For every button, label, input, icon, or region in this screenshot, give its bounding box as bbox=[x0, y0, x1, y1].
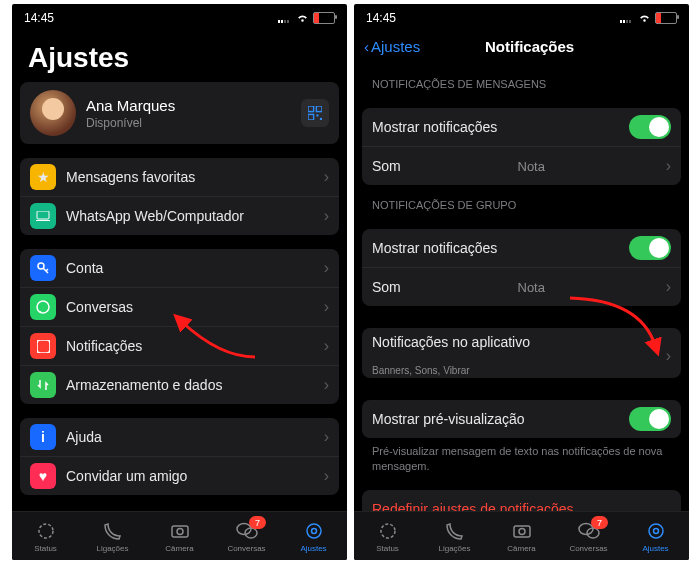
row-account[interactable]: Conta › bbox=[20, 249, 339, 287]
tab-gear[interactable]: Ajustes bbox=[622, 512, 689, 560]
gear-icon bbox=[303, 520, 325, 542]
info-icon: i bbox=[30, 424, 56, 450]
row-webdesktop[interactable]: WhatsApp Web/Computador › bbox=[20, 196, 339, 235]
row-chats[interactable]: Conversas › bbox=[20, 287, 339, 326]
laptop-icon bbox=[30, 203, 56, 229]
row-label: Conversas bbox=[66, 299, 133, 315]
phone-icon bbox=[102, 520, 124, 542]
row-label: Notificações bbox=[66, 338, 142, 354]
toggle-on[interactable] bbox=[629, 115, 671, 139]
tab-label: Ligações bbox=[438, 544, 470, 553]
group-main: Conta › Conversas › Notificações › Armaz… bbox=[20, 249, 339, 404]
row-label: WhatsApp Web/Computador bbox=[66, 208, 244, 224]
svg-point-17 bbox=[381, 524, 395, 538]
chevron-right-icon: › bbox=[324, 298, 329, 316]
chat-icon bbox=[30, 294, 56, 320]
chevron-right-icon: › bbox=[324, 337, 329, 355]
row-preview[interactable]: Mostrar pré-visualização bbox=[362, 400, 681, 438]
row-value: Nota bbox=[518, 280, 549, 295]
row-label: Mostrar pré-visualização bbox=[372, 411, 525, 427]
toggle-on[interactable] bbox=[629, 236, 671, 260]
group-msg-notif: Mostrar notificações Som Nota › bbox=[362, 108, 681, 185]
status-bar: 14:45 bbox=[12, 4, 347, 28]
clock: 14:45 bbox=[366, 11, 396, 25]
tab-status[interactable]: Status bbox=[354, 512, 421, 560]
camera-icon bbox=[169, 520, 191, 542]
group-favorites: ★ Mensagens favoritas › WhatsApp Web/Com… bbox=[20, 158, 339, 235]
row-msg-sound[interactable]: Som Nota › bbox=[362, 146, 681, 185]
svg-rect-5 bbox=[37, 211, 49, 219]
nav-title: Notificações bbox=[380, 38, 679, 55]
tab-bubbles[interactable]: Conversas7 bbox=[213, 512, 280, 560]
group-help: i Ajuda › ♥ Convidar um amigo › bbox=[20, 418, 339, 495]
footer-preview: Pré-visualizar mensagem de texto nas not… bbox=[354, 438, 689, 474]
svg-rect-1 bbox=[316, 106, 322, 112]
svg-rect-4 bbox=[320, 118, 322, 120]
row-invite[interactable]: ♥ Convidar um amigo › bbox=[20, 456, 339, 495]
page-title: Ajustes bbox=[12, 28, 347, 82]
profile-row[interactable]: Ana Marques Disponível bbox=[20, 82, 339, 144]
badge: 7 bbox=[249, 516, 266, 529]
group-inapp: Notificações no aplicativo Banners, Sons… bbox=[362, 328, 681, 378]
qr-code-button[interactable] bbox=[301, 99, 329, 127]
chevron-right-icon: › bbox=[666, 157, 671, 175]
row-starred[interactable]: ★ Mensagens favoritas › bbox=[20, 158, 339, 196]
status-icon bbox=[35, 520, 57, 542]
tab-gear[interactable]: Ajustes bbox=[280, 512, 347, 560]
tab-camera[interactable]: Câmera bbox=[488, 512, 555, 560]
svg-point-8 bbox=[37, 301, 49, 313]
profile-name: Ana Marques bbox=[86, 97, 291, 114]
notifications-screen: 14:45 ‹ Ajustes Notificações NOTIFICAÇÕE… bbox=[354, 4, 689, 560]
row-label: Ajuda bbox=[66, 429, 102, 445]
signal-icon bbox=[620, 13, 634, 23]
svg-rect-2 bbox=[308, 114, 314, 120]
svg-point-19 bbox=[519, 528, 525, 534]
svg-rect-9 bbox=[37, 340, 50, 353]
row-label: Notificações no aplicativo bbox=[372, 334, 530, 350]
tab-bubbles[interactable]: Conversas7 bbox=[555, 512, 622, 560]
star-icon: ★ bbox=[30, 164, 56, 190]
row-msg-show[interactable]: Mostrar notificações bbox=[362, 108, 681, 146]
tab-bar: StatusLigaçõesCâmeraConversas7Ajustes bbox=[354, 511, 689, 560]
data-usage-icon bbox=[30, 372, 56, 398]
heart-icon: ♥ bbox=[30, 463, 56, 489]
row-grp-sound[interactable]: Som Nota › bbox=[362, 267, 681, 306]
row-inapp[interactable]: Notificações no aplicativo Banners, Sons… bbox=[362, 328, 681, 378]
status-right bbox=[620, 12, 677, 24]
tab-camera[interactable]: Câmera bbox=[146, 512, 213, 560]
group-preview: Mostrar pré-visualização bbox=[362, 400, 681, 438]
nav-header: ‹ Ajustes Notificações bbox=[354, 28, 689, 64]
group-grp-notif: Mostrar notificações Som Nota › bbox=[362, 229, 681, 306]
svg-point-12 bbox=[177, 528, 183, 534]
status-icon bbox=[377, 520, 399, 542]
row-label: Armazenamento e dados bbox=[66, 377, 222, 393]
row-label: Som bbox=[372, 279, 401, 295]
svg-rect-18 bbox=[514, 526, 530, 537]
status-bar: 14:45 bbox=[354, 4, 689, 28]
tab-status[interactable]: Status bbox=[12, 512, 79, 560]
toggle-on[interactable] bbox=[629, 407, 671, 431]
svg-point-16 bbox=[311, 528, 316, 533]
row-help[interactable]: i Ajuda › bbox=[20, 418, 339, 456]
tab-phone[interactable]: Ligações bbox=[79, 512, 146, 560]
status-right bbox=[278, 12, 335, 24]
chevron-right-icon: › bbox=[324, 428, 329, 446]
battery-icon bbox=[655, 12, 677, 24]
signal-icon bbox=[278, 13, 292, 23]
tab-label: Câmera bbox=[165, 544, 193, 553]
tab-phone[interactable]: Ligações bbox=[421, 512, 488, 560]
wifi-icon bbox=[638, 13, 651, 23]
row-storage[interactable]: Armazenamento e dados › bbox=[20, 365, 339, 404]
section-header-groups: NOTIFICAÇÕES DE GRUPO bbox=[354, 185, 689, 215]
row-notifications[interactable]: Notificações › bbox=[20, 326, 339, 365]
tab-label: Ligações bbox=[96, 544, 128, 553]
tab-bar: StatusLigaçõesCâmeraConversas7Ajustes bbox=[12, 511, 347, 560]
section-header-messages: NOTIFICAÇÕES DE MENSAGENS bbox=[354, 64, 689, 94]
row-grp-show[interactable]: Mostrar notificações bbox=[362, 229, 681, 267]
gear-icon bbox=[645, 520, 667, 542]
row-label: Mostrar notificações bbox=[372, 240, 497, 256]
tab-label: Conversas bbox=[227, 544, 265, 553]
row-sublabel: Banners, Sons, Vibrar bbox=[372, 365, 470, 376]
tab-label: Status bbox=[34, 544, 57, 553]
svg-point-10 bbox=[39, 524, 53, 538]
